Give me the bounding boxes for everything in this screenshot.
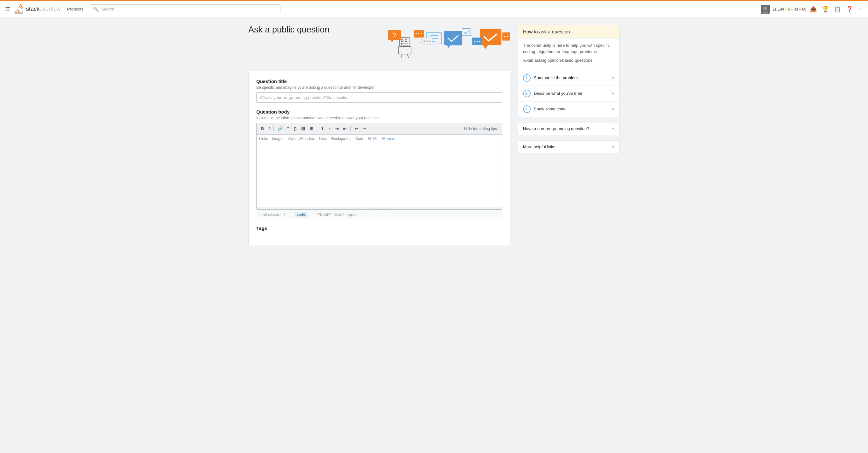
logo[interactable]: stackoverflow xyxy=(14,4,61,14)
toolbar-separator-3 xyxy=(350,126,351,131)
question-title-label: Question title xyxy=(256,79,502,84)
step-1-number: 1. xyxy=(523,74,531,82)
italic-button[interactable]: I xyxy=(267,125,272,132)
format-tab-blockquotes[interactable]: Blockquotes xyxy=(331,137,351,141)
undo-button[interactable]: ↩ xyxy=(352,125,360,132)
code-button[interactable]: {} xyxy=(291,125,299,132)
svg-point-35 xyxy=(476,41,478,42)
svg-point-28 xyxy=(429,40,431,42)
svg-line-9 xyxy=(407,54,409,58)
svg-rect-16 xyxy=(462,29,471,36)
avatar-image xyxy=(761,5,770,14)
avatar[interactable] xyxy=(761,5,770,14)
image-button[interactable]: 🖼 xyxy=(299,125,307,132)
step-3-label: Show some code xyxy=(534,107,566,111)
question-form: Question title Be specific and imagine y… xyxy=(248,71,510,245)
unordered-list-button[interactable]: • xyxy=(327,125,333,132)
editor-toolbar: B I 🔗 " {} 🖼 ⊞ 1. • ⇥ ⇤ ↩ xyxy=(256,123,502,134)
svg-marker-15 xyxy=(447,45,451,48)
svg-rect-6 xyxy=(402,43,408,45)
code-hint: code xyxy=(295,212,307,217)
achievements-icon[interactable]: 🏆 xyxy=(820,4,830,14)
svg-line-8 xyxy=(401,54,402,58)
editor-container: B I 🔗 " {} 🖼 ⊞ 1. • ⇥ ⇤ ↩ xyxy=(256,123,502,210)
question-title-input[interactable] xyxy=(256,92,502,103)
more-links-title: More helpful links xyxy=(523,144,555,149)
how-to-body-2: Avoid asking opinion-based questions. xyxy=(523,57,615,64)
step-3-number: 3. xyxy=(523,105,531,113)
svg-marker-18 xyxy=(483,45,488,49)
editor-resize-handle[interactable]: · · · · · xyxy=(256,207,502,209)
bold-markdown-hint: **bold** xyxy=(317,212,331,217)
link-button[interactable]: 🔗 xyxy=(276,125,285,132)
svg-marker-12 xyxy=(391,40,393,42)
format-tab-images[interactable]: Images xyxy=(272,137,284,141)
format-tab-styling[interactable]: Styling/Headers xyxy=(288,137,315,141)
page-title: Ask a public question xyxy=(248,25,383,35)
question-title-section: Question title Be specific and imagine y… xyxy=(256,79,502,103)
ordered-list-button[interactable]: 1. xyxy=(319,125,327,132)
inbox-icon[interactable]: 📥 xyxy=(809,4,818,14)
step-3-chevron: ∨ xyxy=(612,107,615,111)
how-to-ask-card: How to ask a question The community is h… xyxy=(518,25,620,117)
question-body-label: Question body xyxy=(256,109,502,115)
blockquote-button[interactable]: " xyxy=(285,125,291,132)
svg-point-34 xyxy=(474,41,475,42)
editor-footer: draft discarded · · · code · · · **bold*… xyxy=(256,210,502,219)
format-tab-links[interactable]: Links xyxy=(259,137,268,141)
toolbar-separator-2 xyxy=(317,126,317,131)
how-to-step-3[interactable]: 3. Show some code ∨ xyxy=(518,101,619,117)
svg-rect-14 xyxy=(444,31,462,45)
help-icon[interactable]: ❓ xyxy=(845,4,854,14)
svg-point-32 xyxy=(421,33,422,34)
content-area: Ask a public question xyxy=(248,25,510,245)
svg-point-30 xyxy=(415,33,417,34)
how-to-step-2[interactable]: 2. Describe what you've tried ∨ xyxy=(518,86,619,101)
sidebar: How to ask a question The community is h… xyxy=(518,25,620,245)
how-to-body-1: The community is here to help you with s… xyxy=(523,42,615,55)
more-links-header[interactable]: More helpful links ∨ xyxy=(518,141,619,153)
bronze-dot: ● xyxy=(799,7,801,11)
non-programming-card: Have a non-programming question? ∨ xyxy=(518,122,620,135)
non-programming-header[interactable]: Have a non-programming question? ∨ xyxy=(518,122,619,135)
silver-dot: ● xyxy=(791,7,793,11)
format-tab-more[interactable]: More ↗ xyxy=(382,137,395,141)
format-tab-lists[interactable]: Lists xyxy=(319,137,327,141)
draft-status: draft discarded xyxy=(259,212,285,217)
svg-point-21 xyxy=(507,36,508,37)
svg-point-5 xyxy=(405,39,407,41)
navbar: ☰ stackoverflow Products 🔍 21,194 ● 5 ● … xyxy=(0,1,868,17)
reviews-icon[interactable]: 📋 xyxy=(833,4,842,14)
reputation-badge: 21,194 ● 5 ● 33 ● 65 xyxy=(772,7,806,11)
svg-point-4 xyxy=(401,39,403,41)
logo-icon xyxy=(14,4,24,14)
table-button[interactable]: ⊞ xyxy=(308,125,315,132)
products-nav[interactable]: Products xyxy=(65,5,86,13)
how-to-ask-header: How to ask a question xyxy=(518,25,619,38)
logo-text: stackoverflow xyxy=(26,6,61,12)
bold-button[interactable]: B xyxy=(259,125,266,132)
search-input[interactable] xyxy=(101,7,277,11)
main-container: Ask a public question xyxy=(243,17,625,253)
svg-text:?: ? xyxy=(393,32,396,37)
outdent-button[interactable]: ⇤ xyxy=(341,125,348,132)
external-link-icon: ↗ xyxy=(392,137,395,141)
format-tab-html[interactable]: HTML xyxy=(368,137,379,141)
non-programming-chevron: ∨ xyxy=(612,126,615,131)
svg-rect-19 xyxy=(502,32,510,41)
svg-point-1 xyxy=(764,6,767,10)
editor-body[interactable] xyxy=(256,143,502,207)
more-icon[interactable]: ≡ xyxy=(857,4,863,14)
how-to-step-1[interactable]: 1. Summarize the problem ∨ xyxy=(518,70,619,86)
redo-button[interactable]: ↪ xyxy=(361,125,368,132)
tags-section: Tags xyxy=(256,225,502,231)
step-2-number: 2. xyxy=(523,90,531,97)
toolbar-separator-1 xyxy=(273,126,274,131)
indent-button[interactable]: ⇥ xyxy=(333,125,341,132)
italic-markdown-hint: *italic* xyxy=(334,212,344,217)
hide-formatting-tips-button[interactable]: Hide formatting tips xyxy=(462,125,499,132)
svg-rect-7 xyxy=(398,47,411,54)
hamburger-menu[interactable]: ☰ xyxy=(5,6,10,13)
step-1-left: 1. Summarize the problem xyxy=(523,74,578,82)
format-tab-code[interactable]: Code xyxy=(355,137,364,141)
